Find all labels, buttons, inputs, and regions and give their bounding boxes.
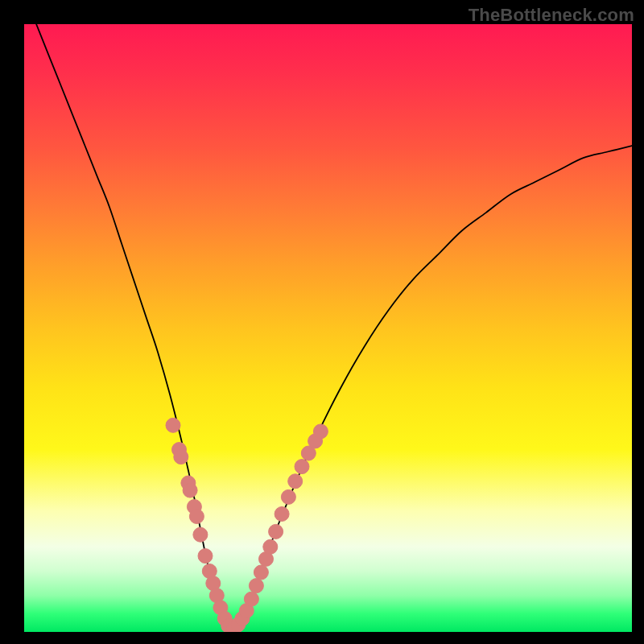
chart-container: TheBottleneck.com xyxy=(0,0,644,644)
highlight-dot xyxy=(244,592,258,606)
highlight-dot xyxy=(263,539,278,554)
highlight-dot xyxy=(183,483,197,497)
bottleneck-curve xyxy=(24,24,632,632)
highlight-dot xyxy=(166,418,180,432)
highlight-dot xyxy=(174,450,188,464)
highlight-dot xyxy=(295,460,309,474)
highlight-dots-left xyxy=(166,418,236,632)
highlight-dot xyxy=(249,579,263,593)
highlight-dot xyxy=(189,510,204,524)
highlight-dot xyxy=(288,474,303,489)
highlight-dot xyxy=(198,549,213,564)
highlight-dots-right xyxy=(227,424,328,632)
curve-svg xyxy=(24,24,632,632)
highlight-dot xyxy=(281,489,295,504)
plot-area xyxy=(24,24,632,632)
highlight-dot xyxy=(254,565,268,580)
highlight-dot xyxy=(275,507,289,522)
highlight-dot xyxy=(269,524,283,539)
highlight-dot xyxy=(313,424,328,439)
highlight-dot xyxy=(193,527,208,542)
watermark-text: TheBottleneck.com xyxy=(469,5,634,26)
